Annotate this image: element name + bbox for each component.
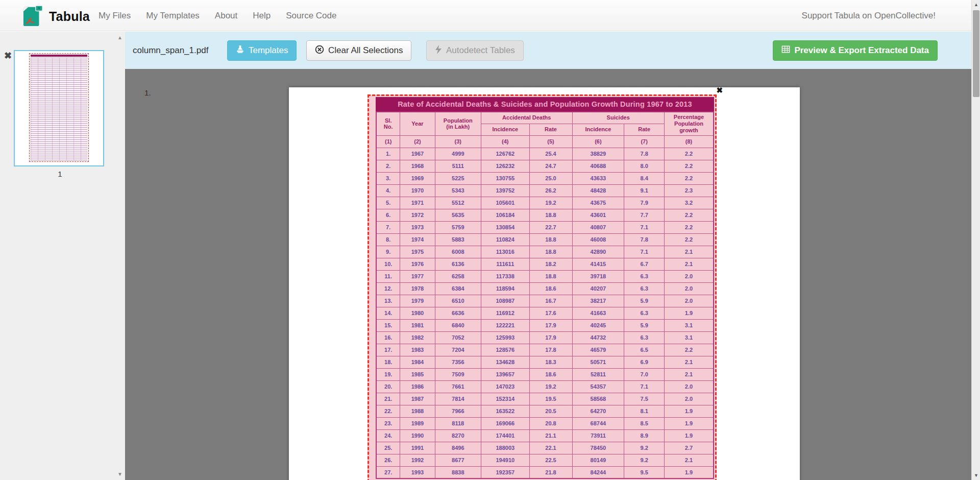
thumbnail-close-icon[interactable]: ✖ — [4, 50, 12, 61]
table-cell: 38829 — [572, 148, 624, 160]
thumbnail-page-number: 1 — [14, 170, 106, 178]
table-cell: 6136 — [435, 258, 481, 270]
table-cell: 2.2 — [664, 172, 714, 184]
table-cell: 43601 — [572, 209, 624, 221]
table-cell: 7.9 — [624, 197, 665, 209]
table-cell: 2.2 — [664, 344, 714, 356]
nav-about[interactable]: About — [207, 11, 245, 21]
table-cell: 20. — [376, 380, 400, 393]
table-cell: 116912 — [481, 307, 530, 319]
table-cell: 4999 — [435, 148, 481, 160]
table-selection-box[interactable]: ✖ Rate of Accidental Deaths & Suicides a… — [368, 94, 717, 480]
table-cell: 106184 — [481, 209, 530, 221]
selection-close-icon[interactable]: ✖ — [716, 86, 723, 95]
table-cell: 43675 — [572, 197, 624, 209]
table-cell: 15. — [376, 319, 400, 331]
table-cell: 118594 — [481, 282, 530, 295]
table-cell: 1987 — [400, 393, 435, 405]
table-cell: 1.9 — [664, 417, 714, 429]
scroll-up-icon[interactable]: ▲ — [972, 2, 980, 7]
scroll-up-icon[interactable]: ▲ — [117, 35, 122, 40]
table-cell: 3.2 — [664, 197, 714, 209]
table-cell: 1. — [376, 148, 400, 160]
table-cell: 1974 — [400, 233, 435, 246]
table-cell: 188003 — [481, 442, 530, 454]
table-cell: 1982 — [400, 331, 435, 344]
table-cell: 21. — [376, 393, 400, 405]
table-cell: 139752 — [481, 184, 530, 197]
sidebar-scrollbar[interactable]: ▲ ▼ — [116, 32, 125, 480]
nav-my-templates[interactable]: My Templates — [138, 11, 207, 21]
table-cell: 1970 — [400, 184, 435, 197]
table-cell: 40807 — [572, 221, 624, 233]
table-cell: 139657 — [481, 368, 530, 380]
table-cell: 1971 — [400, 197, 435, 209]
table-cell: 6.5 — [624, 344, 665, 356]
table-cell: 2.0 — [664, 282, 714, 295]
table-cell: 5111 — [435, 160, 481, 172]
pdf-page[interactable]: ✖ Rate of Accidental Deaths & Suicides a… — [289, 87, 800, 480]
table-row: 24.1990827017440121.1739118.91.9 — [376, 429, 714, 442]
pdf-viewer[interactable]: 1. ✖ Rate of Accidental Deaths & Suicide… — [125, 69, 971, 480]
col-num: (1) — [376, 135, 400, 148]
table-cell: 8677 — [435, 454, 481, 466]
page-number-label: 1. — [144, 88, 151, 97]
table-cell: 2.1 — [664, 258, 714, 270]
table-cell: 1978 — [400, 282, 435, 295]
nav-source-code[interactable]: Source Code — [278, 11, 344, 21]
table-cell: 1992 — [400, 454, 435, 466]
page-thumbnail[interactable] — [14, 50, 104, 166]
table-cell: 1983 — [400, 344, 435, 356]
table-cell: 6.3 — [624, 270, 665, 282]
table-cell: 7.8 — [624, 148, 665, 160]
table-cell: 6.3 — [624, 331, 665, 344]
table-cell: 78450 — [572, 442, 624, 454]
brand-title: Tabula — [49, 9, 90, 24]
brand[interactable]: Tabula — [22, 4, 90, 29]
table-cell: 38217 — [572, 295, 624, 307]
spreadsheet-icon — [781, 45, 790, 56]
table-row: 14.1980663611691217.6416636.31.9 — [376, 307, 714, 319]
table-row: 3.1969522513075525.0436338.42.2 — [376, 172, 714, 184]
templates-button[interactable]: Templates — [227, 40, 297, 61]
table-cell: 194910 — [481, 454, 530, 466]
table-cell: 6510 — [435, 295, 481, 307]
support-link[interactable]: Support Tabula on OpenCollective! — [802, 0, 936, 31]
table-cell: 7. — [376, 221, 400, 233]
scroll-down-icon[interactable]: ▼ — [117, 471, 122, 477]
col-num: (2) — [400, 135, 435, 148]
table-cell: 24.7 — [529, 160, 572, 172]
nav-help[interactable]: Help — [245, 11, 278, 21]
table-row: 26.1992867719491022.5801499.22.1 — [376, 454, 714, 466]
table-cell: 26.2 — [529, 184, 572, 197]
table-cell: 1.9 — [664, 466, 714, 478]
templates-icon — [236, 45, 244, 56]
table-cell: 2.2 — [664, 160, 714, 172]
clear-all-selections-button[interactable]: Clear All Selections — [306, 40, 411, 61]
table-cell: 8.9 — [624, 429, 665, 442]
table-cell: 17.9 — [529, 331, 572, 344]
scrollbar-thumb[interactable] — [973, 10, 979, 97]
table-cell: 22.5 — [529, 454, 572, 466]
autodetect-tables-button[interactable]: Autodetect Tables — [426, 40, 524, 61]
table-cell: 46008 — [572, 233, 624, 246]
table-cell: 2. — [376, 160, 400, 172]
col-num: (8) — [664, 135, 714, 148]
window-scrollbar[interactable]: ▲ ▼ — [971, 0, 980, 480]
table-cell: 7.5 — [624, 393, 665, 405]
table-cell: 8. — [376, 233, 400, 246]
table-cell: 46579 — [572, 344, 624, 356]
table-row: 23.1989811816906620.8687448.51.9 — [376, 417, 714, 429]
table-row: 16.1982705212599317.9447326.33.1 — [376, 331, 714, 344]
main-area: column_span_1.pdf Templates Clear All Se… — [125, 32, 971, 480]
table-cell: 52811 — [572, 368, 624, 380]
table-cell: 163522 — [481, 405, 530, 417]
table-cell: 3. — [376, 172, 400, 184]
table-cell: 18.3 — [529, 356, 572, 368]
table-cell: 18.8 — [529, 246, 572, 258]
thumbnail-selection-box — [29, 53, 89, 162]
nav-my-files[interactable]: My Files — [91, 11, 138, 21]
scroll-down-icon[interactable]: ▼ — [972, 473, 980, 478]
preview-export-button[interactable]: Preview & Export Extracted Data — [773, 40, 938, 61]
table-cell: 5759 — [435, 221, 481, 233]
